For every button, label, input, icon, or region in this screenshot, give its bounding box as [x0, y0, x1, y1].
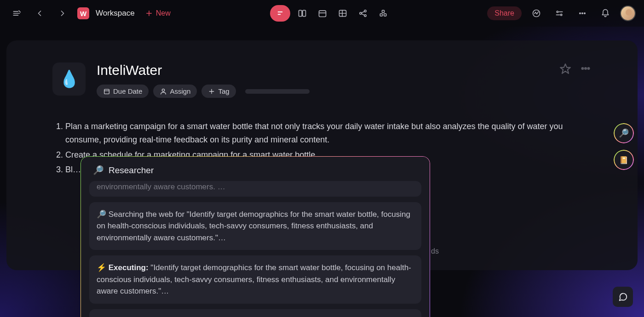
magnifier-icon: 🔎 — [93, 165, 104, 175]
svg-rect-9 — [319, 11, 326, 17]
workspace-label[interactable]: Workspace — [96, 9, 135, 18]
avatar[interactable] — [620, 6, 636, 21]
researcher-title: Researcher — [109, 165, 154, 175]
svg-point-38 — [588, 68, 590, 69]
document-icon[interactable]: 💧 — [52, 62, 86, 96]
view-split-button[interactable] — [294, 5, 310, 22]
svg-rect-8 — [303, 10, 306, 16]
due-date-label: Due Date — [113, 87, 142, 95]
researcher-message: 🧠 Analyzing: "Select promotional channel… — [89, 309, 421, 317]
new-label: New — [156, 9, 171, 17]
workspace-badge[interactable]: W — [77, 7, 89, 19]
ai-research-fab[interactable]: 🔎 — [615, 124, 633, 142]
svg-point-37 — [585, 68, 586, 69]
svg-point-27 — [580, 13, 581, 14]
obscured-text: ds — [431, 247, 439, 255]
svg-rect-6 — [278, 14, 281, 15]
researcher-panel: 🔎 Researcher environmentally aware custo… — [80, 156, 430, 317]
researcher-message: environmentally aware customers. … — [89, 181, 421, 197]
note-icon: 📔 — [619, 156, 628, 164]
document-title[interactable]: InteliWater — [97, 62, 548, 78]
magnifier-icon: 🔎 — [619, 128, 629, 138]
svg-marker-35 — [560, 64, 570, 74]
view-share-icon[interactable] — [355, 5, 371, 22]
share-button[interactable]: Share — [487, 6, 522, 20]
tag-label: Tag — [218, 87, 229, 95]
notifications-button[interactable] — [597, 5, 614, 22]
svg-point-36 — [582, 68, 584, 69]
svg-point-28 — [582, 13, 583, 14]
svg-rect-19 — [380, 14, 382, 16]
svg-rect-20 — [384, 14, 386, 16]
view-calendar-button[interactable] — [314, 5, 331, 22]
settings-toggle-button[interactable] — [551, 5, 568, 22]
svg-rect-30 — [104, 89, 109, 94]
svg-rect-21 — [382, 10, 385, 12]
activity-button[interactable] — [528, 5, 545, 22]
view-apps-button[interactable] — [375, 5, 391, 22]
svg-point-29 — [584, 13, 586, 14]
researcher-message: ⚡ Executing: "Identify target demographi… — [89, 255, 421, 304]
collapse-sidebar-button[interactable] — [8, 5, 25, 22]
researcher-message: 🔎 Searching the web for "Identify target… — [89, 202, 421, 250]
new-button[interactable]: New — [141, 7, 174, 19]
svg-rect-7 — [299, 10, 302, 16]
nav-forward-button[interactable] — [54, 5, 71, 22]
ai-notes-fab[interactable]: 📔 — [615, 151, 633, 169]
more-button[interactable] — [574, 5, 591, 22]
assign-chip[interactable]: Assign — [153, 85, 197, 98]
view-table-button[interactable] — [334, 5, 351, 22]
due-date-chip[interactable]: Due Date — [97, 85, 149, 98]
view-doc-button[interactable] — [270, 5, 290, 22]
tag-chip[interactable]: Tag — [201, 85, 236, 98]
svg-point-25 — [561, 14, 562, 16]
svg-line-17 — [362, 11, 365, 13]
nav-back-button[interactable] — [31, 5, 48, 22]
svg-line-18 — [362, 14, 365, 15]
assign-label: Assign — [170, 87, 190, 95]
svg-rect-5 — [278, 11, 283, 12]
svg-point-32 — [162, 89, 165, 91]
top-nav: W Workspace New Share — [0, 0, 644, 27]
doc-more-icon[interactable] — [580, 62, 592, 74]
star-icon[interactable] — [559, 62, 571, 74]
chat-fab[interactable] — [613, 287, 633, 307]
svg-point-23 — [557, 11, 558, 12]
list-item[interactable]: Plan a marketing campaign for a smart wa… — [65, 120, 592, 147]
meta-placeholder — [245, 89, 310, 94]
